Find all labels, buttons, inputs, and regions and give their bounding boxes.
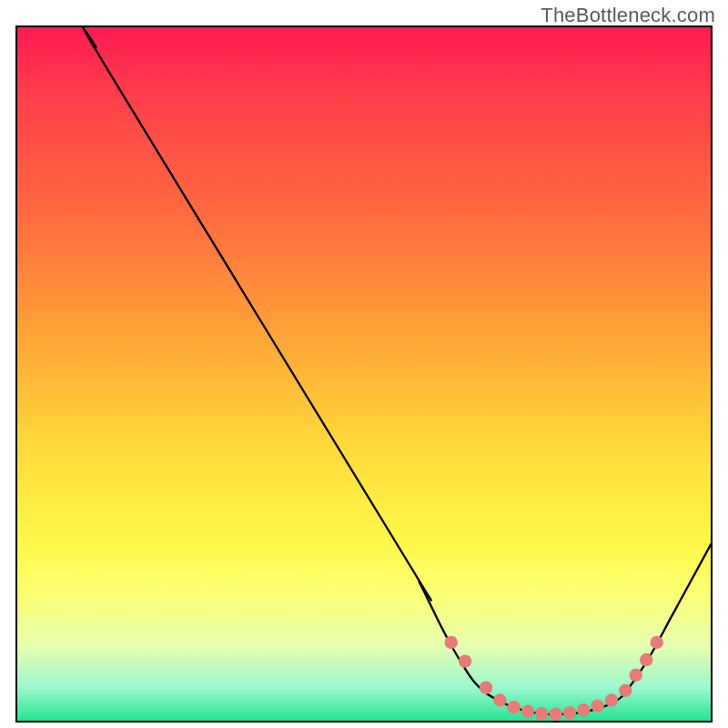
- chart-container: TheBottleneck.com: [0, 0, 728, 728]
- attribution-label: TheBottleneck.com: [541, 4, 715, 27]
- plot-area: [15, 25, 713, 723]
- gradient-background: [15, 25, 713, 723]
